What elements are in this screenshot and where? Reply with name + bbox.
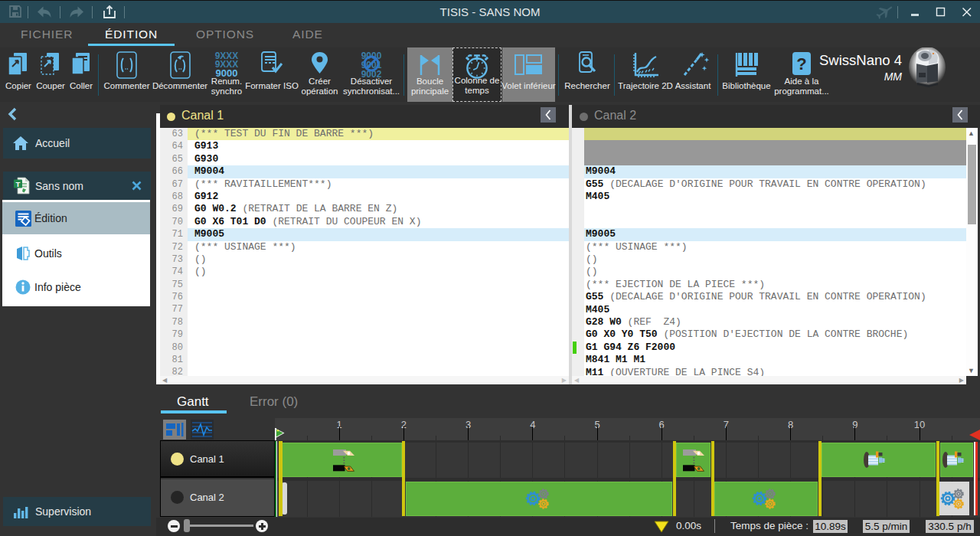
svg-text:T: T — [16, 180, 21, 188]
